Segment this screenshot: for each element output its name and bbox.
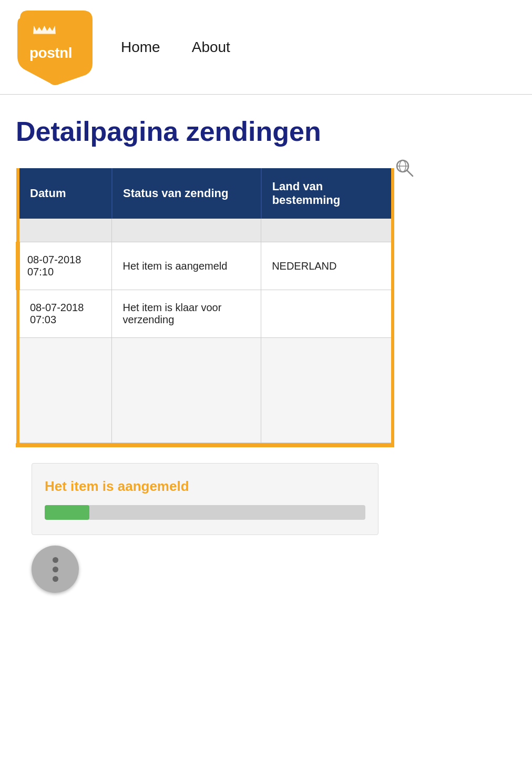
table-bottom-border [16,443,394,447]
subheader-datum [18,219,112,242]
cell-status-1: Het item is aangemeld [112,242,261,290]
table-empty-row [18,338,393,443]
cell-datum-1: 08-07-2018 07:10 [18,242,112,290]
shipment-table: Datum Status van zending Land van bestem… [16,168,394,443]
main-content: Detailpagina zendingen Datum Status van … [0,95,532,614]
cell-land-1: NEDERLAND [261,242,393,290]
col-status: Status van zending [112,168,261,219]
table-subheader-row [18,219,393,242]
main-nav: Home About [121,39,230,56]
subheader-land [261,219,393,242]
detail-card: Het item is aangemeld [32,463,378,535]
detail-card-title: Het item is aangemeld [45,478,365,495]
svg-line-3 [407,170,413,176]
progress-bar-container [45,505,365,520]
nav-about[interactable]: About [192,39,230,56]
fab-dots [53,557,58,582]
col-datum: Datum [18,168,112,219]
site-header: postnl Home About [0,0,532,95]
cell-status-2: Het item is klaar voor verzending [112,290,261,338]
search-icon[interactable] [394,158,415,179]
cell-land-2 [261,290,393,338]
fab-more-options[interactable] [32,546,79,593]
table-row[interactable]: 08-07-2018 07:03 Het item is klaar voor … [18,290,393,338]
table-header-row: Datum Status van zending Land van bestem… [18,168,393,219]
col-land: Land van bestemming [261,168,393,219]
subheader-status [112,219,261,242]
fab-dot-2 [53,567,58,572]
shipment-table-wrapper: Datum Status van zending Land van bestem… [16,168,394,447]
fab-dot-1 [53,557,58,563]
progress-bar [45,505,89,520]
page-title: Detailpagina zendingen [16,116,516,147]
logo[interactable]: postnl [11,5,100,89]
svg-text:postnl: postnl [29,45,72,61]
cell-datum-2: 08-07-2018 07:03 [18,290,112,338]
nav-home[interactable]: Home [121,39,160,56]
fab-dot-3 [53,576,58,582]
table-row[interactable]: 08-07-2018 07:10 Het item is aangemeld N… [18,242,393,290]
